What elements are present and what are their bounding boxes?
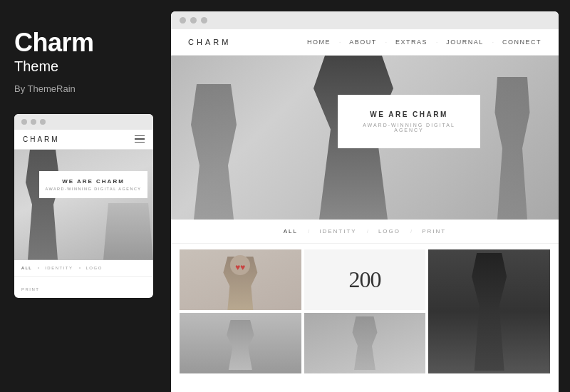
mobile-figure	[21, 150, 64, 260]
mobile-filter-logo[interactable]: LOGO	[86, 266, 103, 270]
mobile-filter-identity[interactable]: IDENTITY	[45, 266, 73, 270]
portfolio-grid: ♥♥ 200	[171, 244, 559, 379]
hamburger-icon[interactable]	[135, 135, 145, 143]
browser-dot-3	[40, 119, 46, 125]
desktop-dot-2	[190, 17, 197, 24]
glasses-person: ♥♥	[180, 249, 301, 310]
desktop-preview: CHARM HOME · ABOUT · EXTRAS · JOURNAL · …	[171, 11, 559, 392]
hero-title: WE ARE CHARM	[352, 110, 466, 118]
hero-right-figure	[487, 77, 537, 220]
portfolio-filter-logo[interactable]: LOGO	[378, 228, 400, 234]
mobile-print-row: PRINT	[14, 277, 153, 298]
portfolio-filter-all[interactable]: ALL	[284, 228, 298, 234]
filter-sep-1: /	[308, 228, 309, 234]
portfolio-figure-4	[221, 320, 260, 370]
mobile-bottom-figure	[103, 203, 153, 260]
mobile-preview: CHARM WE ARE CHARM AWARD-WINNING DIGITAL…	[14, 114, 153, 298]
portfolio-item-2: 200	[304, 249, 426, 310]
desktop-dot-3	[201, 17, 207, 24]
desktop-nav: HOME · ABOUT · EXTRAS · JOURNAL · CONNEC…	[307, 38, 542, 46]
mobile-hero-box: WE ARE CHARM AWARD-WINNING DIGITAL AGENC…	[39, 171, 147, 198]
portfolio-figure-5	[347, 316, 383, 370]
mobile-hero: WE ARE CHARM AWARD-WINNING DIGITAL AGENC…	[14, 150, 153, 260]
hamburger-line-3	[135, 142, 145, 143]
mobile-filters: ALL IDENTITY LOGO	[14, 260, 153, 277]
hamburger-line-1	[135, 135, 145, 137]
portfolio-filter-print[interactable]: PRINT	[422, 228, 446, 234]
mobile-logo: CHARM	[23, 135, 60, 143]
portfolio-number: 200	[348, 267, 380, 293]
theme-title: Charm Theme	[14, 29, 157, 83]
hero-text-box: WE ARE CHARM AWARD-WINNING DIGITAL AGENC…	[338, 95, 480, 148]
portfolio-item-3	[428, 249, 550, 373]
desktop-hero: WE ARE CHARM AWARD-WINNING DIGITAL AGENC…	[171, 56, 559, 220]
hero-left-figure	[185, 84, 242, 220]
filter-dot-1	[38, 267, 39, 269]
nav-sep-1: ·	[339, 39, 341, 46]
filter-sep-2: /	[367, 228, 368, 234]
nav-item-journal[interactable]: JOURNAL	[446, 38, 484, 46]
portfolio-item-4	[180, 313, 301, 373]
portfolio-filters: ALL / IDENTITY / LOGO / PRINT	[171, 220, 559, 244]
desktop-dot-1	[180, 17, 186, 24]
mobile-browser-bar	[14, 114, 153, 130]
left-panel: Charm Theme By ThemeRain CHARM WE ARE CH…	[0, 0, 171, 392]
desktop-portfolio: ALL / IDENTITY / LOGO / PRINT ♥♥ 200	[171, 220, 559, 392]
nav-item-home[interactable]: HOME	[307, 38, 331, 46]
nav-sep-4: ·	[492, 39, 494, 46]
filter-dot-2	[79, 267, 81, 269]
browser-dot-2	[31, 119, 36, 125]
nav-item-about[interactable]: ABOUT	[349, 38, 377, 46]
hamburger-line-2	[135, 138, 145, 140]
filter-sep-3: /	[410, 228, 412, 234]
hero-subtitle: AWARD-WINNING DIGITAL AGENCY	[352, 123, 466, 133]
mobile-filter-print[interactable]: PRINT	[21, 287, 40, 292]
mobile-site-header: CHARM	[14, 130, 153, 150]
theme-author: By ThemeRain	[14, 83, 157, 94]
mobile-hero-subtitle: AWARD-WINNING DIGITAL AGENCY	[45, 187, 142, 191]
desktop-logo: CHARM	[188, 38, 231, 46]
desktop-site-header: CHARM HOME · ABOUT · EXTRAS · JOURNAL · …	[171, 29, 559, 56]
browser-dot-1	[21, 119, 27, 125]
desktop-browser-bar	[171, 11, 559, 29]
mobile-hero-title: WE ARE CHARM	[45, 178, 142, 185]
nav-item-connect[interactable]: CONNECT	[502, 38, 542, 46]
mobile-filter-all[interactable]: ALL	[21, 266, 32, 270]
heart-glasses: ♥♥	[235, 262, 245, 272]
nav-sep-2: ·	[385, 39, 387, 46]
portfolio-filter-identity[interactable]: IDENTITY	[319, 228, 356, 234]
portfolio-item-5	[304, 313, 426, 373]
nav-item-extras[interactable]: EXTRAS	[395, 38, 428, 46]
nav-sep-3: ·	[436, 39, 437, 46]
portfolio-item-1: ♥♥	[180, 249, 301, 310]
